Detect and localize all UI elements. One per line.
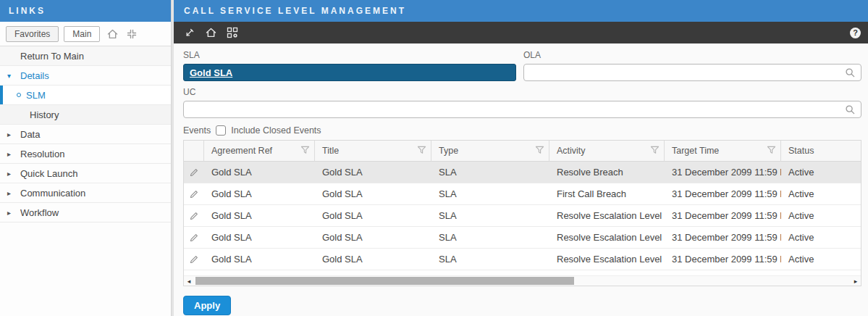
- cell-activity: Resolve Breach: [549, 167, 665, 178]
- chevron-right-icon: ▸: [7, 209, 20, 217]
- table-row[interactable]: Gold SLA Gold SLA SLA Resolve Breach 31 …: [184, 162, 861, 183]
- table-header: Agreement Ref Title Type Activity: [184, 141, 861, 162]
- edit-row-button[interactable]: [184, 167, 204, 178]
- sla-label: SLA: [183, 50, 516, 60]
- cell-status: Active: [781, 232, 861, 243]
- cell-type: SLA: [431, 167, 549, 178]
- cell-agreement-ref: Gold SLA: [204, 232, 315, 243]
- sidebar-item-history[interactable]: History: [0, 105, 171, 125]
- sidebar-item-details[interactable]: ▾ Details: [0, 66, 171, 86]
- events-table: Agreement Ref Title Type Activity: [183, 140, 861, 286]
- cell-activity: Resolve Escalation Level 2: [549, 232, 665, 243]
- include-closed-events-checkbox[interactable]: [216, 125, 226, 136]
- page-title: CALL SERVICE LEVEL MANAGEMENT: [174, 0, 868, 22]
- scroll-right-icon[interactable]: ▸: [851, 276, 861, 286]
- cell-title: Gold SLA: [315, 232, 431, 243]
- edit-column-header: [184, 141, 204, 161]
- filter-icon[interactable]: [650, 146, 660, 157]
- cell-agreement-ref: Gold SLA: [204, 188, 315, 199]
- cell-agreement-ref: Gold SLA: [204, 210, 315, 221]
- circle-marker-icon: [17, 93, 21, 97]
- cell-title: Gold SLA: [315, 167, 431, 178]
- events-row: Events Include Closed Events: [183, 125, 861, 136]
- chevron-down-icon: ▾: [7, 72, 20, 80]
- content: SLA Gold SLA OLA UC: [174, 43, 868, 316]
- filter-icon[interactable]: [535, 146, 544, 157]
- home-icon[interactable]: [105, 27, 119, 41]
- ola-input[interactable]: [524, 65, 861, 80]
- uc-label: UC: [183, 87, 861, 97]
- column-header-target-time[interactable]: Target Time: [665, 141, 781, 161]
- include-closed-events-label: Include Closed Events: [231, 125, 321, 136]
- column-header-title[interactable]: Title: [315, 141, 431, 161]
- scroll-left-icon[interactable]: ◂: [184, 276, 194, 286]
- cell-activity: Resolve Escalation Level 1: [549, 210, 665, 221]
- chevron-right-icon: ▸: [7, 170, 20, 178]
- pin-icon[interactable]: [182, 26, 195, 39]
- edit-row-button[interactable]: [184, 211, 204, 221]
- column-header-status[interactable]: Status: [781, 141, 861, 161]
- sidebar-item-return-to-main[interactable]: Return To Main: [0, 46, 171, 66]
- ola-label: OLA: [523, 50, 861, 60]
- edit-row-button[interactable]: [184, 189, 204, 199]
- ola-field: OLA: [523, 50, 861, 81]
- horizontal-scrollbar[interactable]: ◂ ▸: [184, 275, 861, 286]
- cell-title: Gold SLA: [315, 188, 431, 199]
- filter-icon[interactable]: [417, 146, 426, 157]
- chevron-right-icon: ▸: [7, 130, 20, 138]
- cell-agreement-ref: Gold SLA: [204, 167, 315, 178]
- grid-settings-icon[interactable]: [226, 26, 239, 39]
- edit-row-button[interactable]: [184, 233, 204, 243]
- scroll-track[interactable]: [194, 277, 851, 285]
- sidebar-item-communication[interactable]: ▸ Communication: [0, 183, 171, 203]
- column-header-type[interactable]: Type: [431, 141, 549, 161]
- table-row[interactable]: Gold SLA Gold SLA SLA First Call Breach …: [184, 183, 861, 205]
- toolbar: ?: [174, 22, 868, 43]
- column-header-activity[interactable]: Activity: [549, 141, 665, 161]
- uc-field: UC: [183, 87, 861, 118]
- sidebar-item-slm[interactable]: SLM: [0, 86, 171, 105]
- home-icon[interactable]: [204, 26, 217, 39]
- cell-title: Gold SLA: [315, 210, 431, 221]
- scroll-thumb[interactable]: [195, 277, 574, 285]
- sidebar-nav: Return To Main ▾ Details SLM History ▸ D…: [0, 46, 171, 223]
- sidebar-tabs: Favorites Main: [0, 22, 171, 46]
- table-row[interactable]: Gold SLA Gold SLA SLA Resolve Escalation…: [184, 249, 861, 270]
- cell-status: Active: [781, 254, 861, 265]
- sidebar-item-resolution[interactable]: ▸ Resolution: [0, 144, 171, 164]
- tab-main[interactable]: Main: [64, 26, 100, 42]
- sla-field: SLA Gold SLA: [183, 50, 516, 81]
- cell-title: Gold SLA: [315, 254, 431, 265]
- search-icon[interactable]: [845, 67, 856, 80]
- collapse-icon[interactable]: [125, 27, 139, 41]
- cell-type: SLA: [431, 232, 549, 243]
- cell-agreement-ref: Gold SLA: [204, 254, 315, 265]
- table-row[interactable]: Gold SLA Gold SLA SLA Resolve Escalation…: [184, 205, 861, 227]
- help-icon[interactable]: ?: [850, 28, 861, 38]
- cell-type: SLA: [431, 188, 549, 199]
- uc-input[interactable]: [184, 101, 861, 117]
- sidebar-item-quick-launch[interactable]: ▸ Quick Launch: [0, 164, 171, 183]
- column-header-agreement-ref[interactable]: Agreement Ref: [204, 141, 315, 161]
- sidebar-item-data[interactable]: ▸ Data: [0, 125, 171, 144]
- apply-button[interactable]: Apply: [183, 296, 231, 315]
- sidebar-item-workflow[interactable]: ▸ Workflow: [0, 203, 171, 223]
- filter-icon[interactable]: [300, 146, 310, 157]
- cell-type: SLA: [431, 254, 549, 265]
- sla-selected-value[interactable]: Gold SLA: [183, 64, 516, 81]
- cell-target-time: 31 December 2099 11:59 PM: [665, 254, 781, 265]
- sidebar-title: LINKS: [0, 0, 171, 22]
- filter-icon[interactable]: [767, 146, 776, 157]
- events-label: Events: [183, 125, 211, 136]
- table-row[interactable]: Gold SLA Gold SLA SLA Resolve Escalation…: [184, 227, 861, 249]
- cell-activity: First Call Breach: [549, 188, 665, 199]
- cell-target-time: 31 December 2099 11:59 PM: [665, 188, 781, 199]
- search-icon[interactable]: [845, 104, 856, 117]
- tab-favorites[interactable]: Favorites: [6, 26, 59, 42]
- sla-selected-link[interactable]: Gold SLA: [190, 67, 232, 78]
- edit-row-button[interactable]: [184, 254, 204, 265]
- cell-target-time: 31 December 2099 11:59 PM: [665, 210, 781, 221]
- cell-activity: Resolve Escalation Level 3: [549, 254, 665, 265]
- cell-status: Active: [781, 167, 861, 178]
- cell-status: Active: [781, 210, 861, 221]
